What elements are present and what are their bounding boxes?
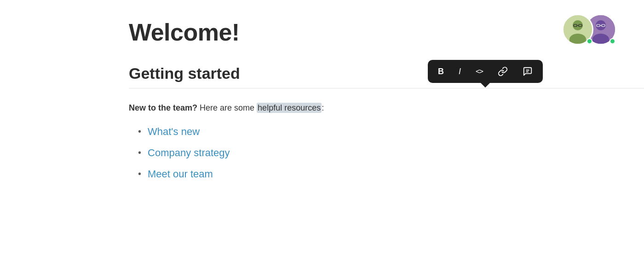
list-item-company-strategy: Company strategy xyxy=(138,147,644,159)
section-title: Getting started xyxy=(129,64,644,88)
italic-button[interactable]: I xyxy=(456,65,464,77)
intro-text-part1: Here are some xyxy=(200,103,257,112)
company-strategy-link[interactable]: Company strategy xyxy=(148,147,230,159)
comment-button[interactable] xyxy=(520,64,535,78)
code-button[interactable]: <> xyxy=(473,66,486,77)
resource-list: What's new Company strategy Meet our tea… xyxy=(129,126,644,180)
highlighted-text: helpful resources xyxy=(257,103,322,113)
text-formatting-toolbar: B I <> xyxy=(428,60,543,83)
section-header-row: Getting started B I <> xyxy=(129,64,644,88)
intro-colon: : xyxy=(322,103,324,112)
meet-our-team-link[interactable]: Meet our team xyxy=(148,168,213,180)
list-item-meet-our-team: Meet our team xyxy=(138,168,644,180)
list-item-whats-new: What's new xyxy=(138,126,644,138)
main-content: Welcome! Getting started B I <> xyxy=(0,0,644,180)
whats-new-link[interactable]: What's new xyxy=(148,126,200,138)
online-indicator-1 xyxy=(586,38,592,44)
avatar-1[interactable] xyxy=(562,14,593,45)
online-indicator-2 xyxy=(610,38,615,44)
bold-button[interactable]: B xyxy=(435,65,447,77)
link-button[interactable] xyxy=(495,64,511,78)
intro-bold: New to the team? xyxy=(129,103,197,112)
intro-paragraph: New to the team? Here are some helpful r… xyxy=(129,101,644,115)
avatars-group xyxy=(562,14,616,45)
